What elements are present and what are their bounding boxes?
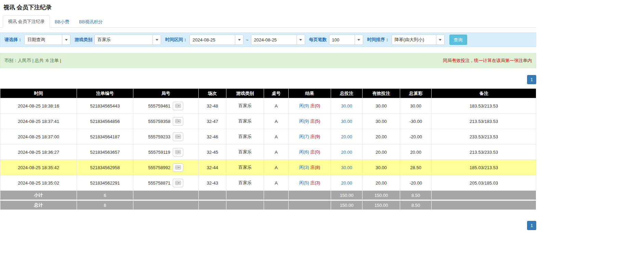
table-row: 2024-08-25 18:35:02521834562291555758871… bbox=[0, 175, 536, 191]
cell-remark: 205.03/185.03 bbox=[432, 175, 536, 191]
total-row: 总计 6 150.00 150.00 8.50 bbox=[0, 200, 536, 210]
time-range-group: 时间区间： 2024-08-25 ~ 2024-08-25 bbox=[165, 35, 305, 45]
chevron-down-icon[interactable] bbox=[297, 35, 305, 45]
page-size-select[interactable]: 100 bbox=[329, 35, 363, 45]
cell-result: 闲(9) 庄(5) bbox=[289, 114, 331, 129]
chevron-down-icon[interactable] bbox=[153, 35, 161, 45]
query-type-select[interactable]: 日期查询 bbox=[24, 35, 70, 45]
video-replay-button[interactable] bbox=[173, 163, 183, 172]
game-type-select[interactable]: 百家乐 bbox=[94, 35, 161, 45]
page-title: 视讯 会员下注纪录 bbox=[0, 0, 536, 15]
total-bet-link[interactable]: 30.00 bbox=[341, 103, 352, 109]
table-header-row: 时间 注单编号 局号 场次 游戏类别 桌号 结果 总投注 有效投注 总派彩 备注 bbox=[0, 89, 536, 98]
total-bet-link[interactable]: 20.00 bbox=[341, 150, 352, 155]
page-size-group: 每页笔数 100 bbox=[309, 35, 363, 45]
page-1-button[interactable]: 1 bbox=[527, 221, 536, 230]
header-session: 场次 bbox=[198, 89, 226, 98]
tab-bb-video-points[interactable]: BB视讯积分 bbox=[74, 16, 107, 28]
total-bet-link[interactable]: 30.00 bbox=[341, 165, 352, 170]
empty-cell bbox=[432, 191, 536, 200]
cell-bet-id: 521834562958 bbox=[77, 160, 133, 175]
empty-cell bbox=[133, 191, 198, 200]
header-valid-bet: 有效投注 bbox=[363, 89, 400, 98]
date-to-select[interactable]: 2024-08-25 bbox=[251, 35, 305, 45]
result-player: 闲(9) bbox=[299, 103, 309, 108]
cell-remark: 183.53/213.53 bbox=[432, 98, 536, 114]
cell-time: 2024-08-25 18:35:42 bbox=[0, 160, 77, 175]
cell-bet-id: 521834564187 bbox=[77, 129, 133, 145]
cell-result: 闲(5) 庄(3) bbox=[289, 175, 331, 191]
subtotal-count: 6 bbox=[77, 191, 133, 200]
video-replay-icon bbox=[175, 150, 181, 154]
subtotal-label: 小计 bbox=[0, 191, 77, 200]
cell-session: 32-47 bbox=[198, 114, 226, 129]
cell-game-type: 百家乐 bbox=[226, 145, 264, 160]
cell-bet-id: 521834563657 bbox=[77, 145, 133, 160]
cell-valid-bet: 20.00 bbox=[363, 129, 400, 145]
cell-result: 闲(9) 庄(0) bbox=[289, 98, 331, 114]
header-table-no: 桌号 bbox=[264, 89, 288, 98]
date-from-select[interactable]: 2024-08-25 bbox=[189, 35, 244, 45]
video-replay-button[interactable] bbox=[173, 148, 183, 156]
page-1-button[interactable]: 1 bbox=[527, 75, 536, 84]
cell-session: 32-43 bbox=[198, 175, 226, 191]
cell-valid-bet: 30.00 bbox=[363, 160, 400, 175]
cell-valid-bet: 20.00 bbox=[363, 145, 400, 160]
chevron-down-icon[interactable] bbox=[62, 35, 70, 45]
total-bet-link[interactable]: 20.00 bbox=[341, 134, 352, 139]
cell-remark: 213.53/233.53 bbox=[432, 145, 536, 160]
video-replay-button[interactable] bbox=[173, 133, 183, 141]
video-replay-button[interactable] bbox=[173, 102, 183, 110]
cell-round-id: 555759358 bbox=[133, 114, 198, 129]
result-banker: 庄(5) bbox=[310, 118, 320, 124]
empty-cell bbox=[133, 200, 198, 210]
sort-group: 时间排序： 降幂(由大到小) bbox=[367, 35, 445, 45]
query-type-group: 请选择： 日期查询 bbox=[4, 35, 70, 45]
tab-bb-tips[interactable]: BB小费 bbox=[50, 16, 74, 28]
empty-cell bbox=[198, 191, 226, 200]
cell-table-no: A bbox=[264, 98, 288, 114]
currency-summary-text: 币别：人民币 | 总共 :6 注单 | bbox=[4, 58, 61, 64]
cell-round-id: 555759233 bbox=[133, 129, 198, 145]
empty-cell bbox=[226, 191, 264, 200]
info-bar: 币别：人民币 | 总共 :6 注单 | 同局有效投注，统一计算在该局第一张注单内 bbox=[0, 53, 536, 68]
total-bet-link[interactable]: 30.00 bbox=[341, 119, 352, 124]
tab-betting-records[interactable]: 视讯 会员下注纪录 bbox=[3, 15, 50, 28]
cell-total-bet: 20.00 bbox=[331, 129, 362, 145]
cell-game-type: 百家乐 bbox=[226, 175, 264, 191]
cell-valid-bet: 20.00 bbox=[363, 175, 400, 191]
cell-round-id: 555759119 bbox=[133, 145, 198, 160]
cell-time: 2024-08-25 18:37:00 bbox=[0, 129, 77, 145]
total-bet-link[interactable]: 20.00 bbox=[341, 180, 352, 186]
search-button[interactable]: 查询 bbox=[449, 35, 467, 45]
records-table-body: 2024-08-25 18:38:16521834565443555759461… bbox=[0, 98, 536, 191]
cell-game-type: 百家乐 bbox=[226, 160, 264, 175]
cell-result: 闲(7) 庄(9) bbox=[289, 129, 331, 145]
round-number: 555759461 bbox=[148, 103, 170, 109]
query-type-value: 日期查询 bbox=[25, 35, 62, 45]
empty-cell bbox=[432, 200, 536, 210]
chevron-down-icon[interactable] bbox=[355, 35, 363, 45]
query-type-label: 请选择： bbox=[4, 37, 22, 43]
result-player: 闲(5) bbox=[299, 180, 309, 185]
header-game-type: 游戏类别 bbox=[226, 89, 264, 98]
table-row: 2024-08-25 18:36:27521834563657555759119… bbox=[0, 145, 536, 160]
cell-table-no: A bbox=[264, 175, 288, 191]
cell-round-id: 555758992 bbox=[133, 160, 198, 175]
video-replay-button[interactable] bbox=[173, 117, 183, 126]
cell-table-no: A bbox=[264, 145, 288, 160]
video-replay-button[interactable] bbox=[173, 179, 183, 187]
sort-select[interactable]: 降幂(由大到小) bbox=[392, 35, 445, 45]
cell-session: 32-45 bbox=[198, 145, 226, 160]
round-number: 555759233 bbox=[148, 134, 170, 139]
cell-remark: 213.53/183.53 bbox=[432, 114, 536, 129]
subtotal-total-bet: 150.00 bbox=[331, 191, 362, 200]
total-label: 总计 bbox=[0, 200, 77, 210]
cell-time: 2024-08-25 18:36:27 bbox=[0, 145, 77, 160]
chevron-down-icon[interactable] bbox=[436, 35, 444, 45]
result-player: 闲(7) bbox=[299, 134, 309, 139]
video-replay-icon bbox=[175, 134, 181, 139]
total-valid-bet: 150.00 bbox=[363, 200, 400, 210]
chevron-down-icon[interactable] bbox=[235, 35, 243, 45]
cell-valid-bet: 30.00 bbox=[363, 98, 400, 114]
